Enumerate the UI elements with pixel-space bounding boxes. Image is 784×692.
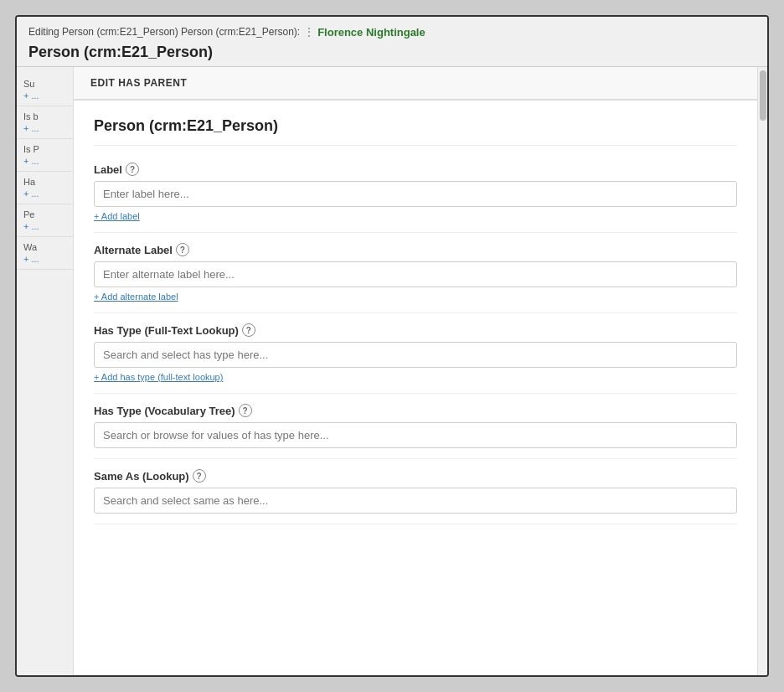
sidebar-item-su: Su + ...: [17, 74, 73, 106]
page-title: Person (crm:E21_Person): [28, 44, 756, 61]
alternate-label-text: Alternate Label: [94, 244, 173, 256]
add-has-type-full-link[interactable]: + Add has type (full-text lookup): [94, 372, 223, 382]
main-content: Su + ... Is b + ... Is P + ... Ha + ... …: [17, 67, 767, 675]
label-input[interactable]: [94, 181, 737, 207]
form-section-title: Person (crm:E21_Person): [94, 117, 737, 146]
sidebar-plus-ha[interactable]: + ...: [23, 188, 66, 199]
sidebar-item-is1: Is b + ...: [17, 106, 73, 139]
sidebar-label-is1: Is b: [23, 111, 66, 121]
field-group-has-type-full: Has Type (Full-Text Lookup) ? + Add has …: [94, 323, 737, 394]
has-type-vocab-input[interactable]: [94, 422, 737, 448]
label-text: Label: [94, 163, 122, 176]
field-group-label: Label ? + Add label: [94, 163, 737, 233]
field-group-alternate-label: Alternate Label ? + Add alternate label: [94, 243, 737, 313]
add-label-link[interactable]: + Add label: [94, 211, 140, 221]
sidebar-label-is2: Is P: [23, 144, 66, 154]
has-type-full-help-icon[interactable]: ?: [242, 323, 255, 337]
field-label-alternate: Alternate Label ?: [94, 243, 737, 256]
sidebar-plus-is2[interactable]: + ...: [23, 156, 66, 166]
sidebar-item-pe: Pe + ...: [17, 204, 73, 237]
sidebar-label-su: Su: [23, 79, 66, 89]
panel-header: EDIT HAS PARENT: [74, 67, 757, 101]
dots-icon: ⋮: [303, 25, 314, 39]
same-as-text: Same As (Lookup): [94, 470, 189, 483]
sidebar-label-wa: Wa: [23, 242, 66, 252]
breadcrumb: Editing Person (crm:E21_Person) Person (…: [28, 25, 756, 39]
has-type-vocab-help-icon[interactable]: ?: [239, 404, 252, 417]
scrollbar-thumb[interactable]: [760, 70, 766, 121]
sidebar-item-wa: Wa + ...: [17, 237, 73, 270]
has-type-full-text: Has Type (Full-Text Lookup): [94, 324, 239, 337]
alternate-label-input[interactable]: [94, 261, 737, 287]
same-as-help-icon[interactable]: ?: [193, 469, 206, 483]
sidebar: Su + ... Is b + ... Is P + ... Ha + ... …: [17, 67, 74, 675]
panel-body: Person (crm:E21_Person) Label ? + Add la…: [74, 101, 757, 675]
alternate-label-help-icon[interactable]: ?: [176, 243, 189, 256]
scrollbar[interactable]: [757, 67, 767, 675]
content-panel: EDIT HAS PARENT Person (crm:E21_Person) …: [74, 67, 757, 675]
breadcrumb-text: Editing Person (crm:E21_Person) Person (…: [28, 26, 300, 38]
sidebar-label-ha: Ha: [23, 177, 66, 187]
sidebar-item-ha: Ha + ...: [17, 172, 73, 204]
sidebar-plus-su[interactable]: + ...: [23, 90, 66, 101]
label-help-icon[interactable]: ?: [126, 163, 139, 176]
has-type-vocab-text: Has Type (Vocabulary Tree): [94, 405, 235, 417]
same-as-input[interactable]: [94, 488, 737, 514]
sidebar-item-is2: Is P + ...: [17, 139, 73, 172]
has-type-full-input[interactable]: [94, 342, 737, 368]
top-bar: Editing Person (crm:E21_Person) Person (…: [17, 17, 767, 67]
add-alternate-label-link[interactable]: + Add alternate label: [94, 292, 178, 302]
field-label-has-type-full: Has Type (Full-Text Lookup) ?: [94, 323, 737, 337]
sidebar-label-pe: Pe: [23, 209, 66, 219]
entity-name[interactable]: Florence Nightingale: [317, 26, 426, 39]
field-label-label: Label ?: [94, 163, 737, 176]
sidebar-plus-is1[interactable]: + ...: [23, 123, 66, 133]
panel-header-title: EDIT HAS PARENT: [90, 77, 740, 89]
field-label-has-type-vocab: Has Type (Vocabulary Tree) ?: [94, 404, 737, 417]
field-label-same-as: Same As (Lookup) ?: [94, 469, 737, 483]
field-group-has-type-vocab: Has Type (Vocabulary Tree) ?: [94, 404, 737, 459]
field-group-same-as: Same As (Lookup) ?: [94, 469, 737, 524]
main-window: Editing Person (crm:E21_Person) Person (…: [15, 15, 769, 677]
sidebar-plus-wa[interactable]: + ...: [23, 254, 66, 264]
sidebar-plus-pe[interactable]: + ...: [23, 221, 66, 231]
